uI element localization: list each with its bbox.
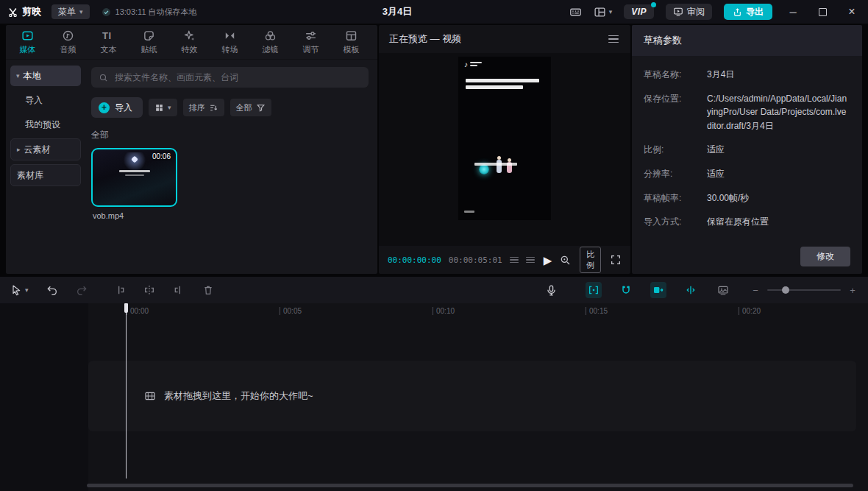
ripple-toggle[interactable]	[683, 282, 699, 298]
zoom-slider[interactable]	[767, 289, 841, 291]
field-save-location: 保存位置: C:/Users/admin/AppData/Local/Jiany…	[644, 92, 850, 133]
focus-zoom-button[interactable]	[559, 254, 571, 266]
snap-icon	[588, 284, 600, 296]
ratio-button[interactable]: 比例	[580, 247, 601, 273]
fullscreen-icon	[610, 254, 622, 266]
sidebar-item-import[interactable]: 导入	[10, 90, 81, 110]
current-time: 00:00:00:00	[388, 255, 441, 265]
magnet-toggle[interactable]	[618, 282, 634, 298]
scene-figure	[497, 160, 502, 173]
video-frame: ♪	[458, 57, 551, 220]
text-icon: TI	[102, 29, 115, 42]
cover-toggle[interactable]	[715, 282, 731, 298]
clip-thumbnail[interactable]: 00:06	[91, 148, 177, 207]
undo-button[interactable]	[46, 284, 58, 296]
autosave-text: 13:03:11 自动保存本地	[115, 7, 197, 18]
sparkle-icon	[183, 29, 196, 42]
tab-effects[interactable]: 特效	[169, 29, 210, 55]
field-import-mode: 导入方式: 保留在原有位置	[644, 215, 850, 229]
magnifier-icon	[559, 254, 571, 266]
funnel-icon	[256, 103, 266, 113]
sidebar-item-library[interactable]: 素材库	[10, 164, 81, 186]
split-button[interactable]	[143, 284, 155, 296]
media-clip-card[interactable]: 00:06 vob.mp4	[91, 148, 179, 220]
horizontal-scrollbar[interactable]	[87, 484, 853, 487]
search-input[interactable]	[113, 71, 361, 83]
play-button[interactable]: ▶	[544, 255, 552, 266]
media-controls: + 导入 ▾ 排序 全部	[91, 97, 369, 118]
zoom-out-button[interactable]: −	[750, 285, 761, 296]
cursor-icon	[10, 284, 22, 296]
app-logo-text: 剪映	[22, 5, 41, 18]
chevron-down-icon: ▾	[25, 287, 29, 294]
thumbnail-art	[119, 170, 150, 172]
share-up-icon	[733, 7, 742, 17]
filter-button[interactable]: 全部	[230, 99, 271, 116]
export-button[interactable]: 导出	[724, 4, 772, 20]
snap-toggle[interactable]	[586, 282, 602, 298]
filter-circles-icon	[264, 29, 277, 42]
close-button[interactable]: ×	[843, 5, 861, 18]
link-toggle[interactable]	[650, 282, 666, 298]
redo-icon	[76, 284, 88, 296]
tab-transitions[interactable]: 转场	[210, 29, 250, 55]
preview-panel: 正在预览 — 视频 ♪	[379, 25, 630, 274]
tab-filters[interactable]: 滤镜	[250, 29, 291, 55]
zoom-slider-handle[interactable]	[782, 286, 789, 294]
timeline-toggles	[586, 282, 731, 298]
vip-badge[interactable]: VIP	[624, 4, 654, 19]
trim-right-button[interactable]	[173, 284, 185, 296]
scene-orb	[479, 164, 489, 174]
search-icon	[99, 73, 108, 82]
caret-right-icon: ▸	[17, 146, 21, 153]
sidebar-item-cloud[interactable]: ▸ 云素材	[10, 138, 81, 160]
media-sidebar: ▾ 本地 导入 我的预设 ▸ 云素材 素材库	[6, 60, 85, 274]
fullscreen-button[interactable]	[610, 254, 622, 266]
timeline-drop-zone[interactable]: 素材拖拽到这里，开始你的大作吧~	[88, 361, 856, 431]
check-circle-icon	[102, 7, 111, 17]
zoom-in-button[interactable]: +	[847, 285, 858, 296]
trim-left-button[interactable]	[114, 284, 126, 296]
redo-button[interactable]	[76, 284, 88, 296]
import-button[interactable]: + 导入	[91, 97, 143, 118]
review-button[interactable]: 审阅	[666, 4, 712, 20]
playhead-line[interactable]	[126, 303, 127, 478]
section-title: 全部	[91, 129, 369, 141]
sort-button[interactable]: 排序	[183, 99, 224, 116]
frame-list-icon[interactable]	[526, 257, 535, 264]
playhead-handle[interactable]	[124, 303, 128, 313]
tab-templates[interactable]: 模板	[331, 29, 371, 55]
ruler-label: 00:10	[433, 307, 455, 315]
sidebar-item-local[interactable]: ▾ 本地	[10, 66, 81, 86]
view-mode-button[interactable]: ▾	[149, 99, 177, 116]
preview-menu-icon[interactable]	[607, 32, 620, 46]
layout-button[interactable]: ▾	[594, 6, 613, 18]
music-note-icon: ♪	[464, 61, 468, 68]
caret-down-icon: ▾	[16, 73, 20, 80]
record-voice-button[interactable]	[545, 284, 558, 297]
sidebar-item-presets[interactable]: 我的预设	[10, 114, 81, 135]
frame-list-icon[interactable]	[510, 257, 519, 264]
film-strip-icon	[144, 390, 156, 402]
track-header-gutter	[0, 303, 88, 491]
media-main: ▾ 本地 导入 我的预设 ▸ 云素材 素材库	[6, 60, 377, 274]
timeline-area[interactable]: 00:00 00:05 00:10 00:15 00:20 素材拖拽到这里，开始…	[0, 303, 868, 491]
search-box[interactable]	[91, 67, 369, 88]
keyboard-shortcuts-button[interactable]	[569, 6, 582, 18]
grid-view-icon	[154, 103, 164, 113]
tab-adjust[interactable]: 调节	[291, 29, 331, 55]
caption-line	[466, 85, 523, 89]
maximize-button[interactable]	[814, 8, 831, 16]
tab-sticker[interactable]: 贴纸	[129, 29, 169, 55]
minimize-button[interactable]: ─	[784, 7, 802, 18]
preview-title: 正在预览 — 视频	[389, 32, 461, 46]
tab-audio[interactable]: 音频	[48, 29, 88, 55]
tab-text[interactable]: TI 文本	[88, 29, 129, 55]
delete-button[interactable]	[202, 284, 214, 296]
chevron-down-icon: ▾	[168, 105, 171, 111]
menu-button[interactable]: 菜单 ▾	[51, 4, 90, 19]
modify-button[interactable]: 修改	[800, 247, 850, 266]
select-cursor-button[interactable]: ▾	[10, 284, 29, 296]
tab-media[interactable]: 媒体	[7, 29, 48, 55]
review-label: 审阅	[687, 6, 705, 18]
